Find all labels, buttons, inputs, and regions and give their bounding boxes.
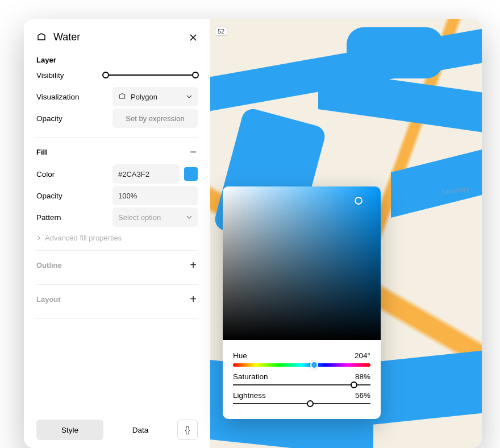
polygon-icon: [118, 93, 126, 101]
expand-outline-button[interactable]: +: [189, 259, 198, 272]
section-layout-head[interactable]: Layout +: [36, 293, 198, 306]
water-feature: [391, 150, 482, 218]
fill-opacity-row: Opacity 100%: [36, 185, 198, 206]
water-feature: [318, 69, 482, 133]
saturation-value-area[interactable]: [223, 186, 381, 340]
tab-style[interactable]: Style: [36, 420, 103, 440]
lightness-value: 56%: [355, 391, 370, 400]
saturation-knob[interactable]: [351, 381, 357, 388]
close-button[interactable]: [189, 33, 198, 42]
road-shield: 52: [215, 27, 227, 36]
panel-header: Water: [36, 31, 198, 43]
divider: [36, 250, 198, 251]
hue-label: Hue: [233, 351, 247, 360]
panel-title: Water: [53, 31, 182, 43]
style-sidebar: Water Layer Visibility Visualization Pol…: [24, 19, 210, 448]
divider: [36, 137, 198, 138]
lightness-label: Lightness: [233, 391, 266, 400]
collapse-fill-button[interactable]: −: [189, 146, 198, 159]
saturation-slider[interactable]: [233, 384, 370, 385]
divider: [36, 284, 198, 285]
lightness-slider[interactable]: [233, 403, 370, 404]
hue-slider[interactable]: [233, 363, 370, 367]
opacity-expression-button[interactable]: Set by expression: [113, 109, 198, 128]
hue-value: 204°: [355, 351, 370, 360]
section-fill-title: Fill: [36, 148, 47, 156]
chevron-down-icon: [186, 214, 192, 220]
fill-opacity-input[interactable]: 100%: [113, 186, 198, 205]
visibility-row: Visibility: [36, 64, 198, 86]
fill-color-row: Color #2CA3F2: [36, 163, 198, 185]
advanced-fill-toggle[interactable]: Advanced fill properties: [36, 234, 198, 242]
section-layout-title: Layout: [36, 295, 61, 304]
fill-color-input[interactable]: #2CA3F2: [113, 164, 180, 184]
code-toggle-button[interactable]: {}: [177, 420, 198, 440]
polygon-icon: [36, 32, 47, 43]
visibility-slider[interactable]: [106, 74, 195, 76]
section-outline-head[interactable]: Outline +: [36, 259, 198, 272]
visualization-value: Polygon: [131, 93, 157, 101]
fill-opacity-label: Opacity: [36, 192, 63, 200]
section-outline-title: Outline: [36, 261, 62, 269]
visualization-label: Visualization: [36, 93, 80, 101]
tab-data[interactable]: Data: [107, 420, 174, 440]
fill-color-swatch[interactable]: [184, 167, 198, 181]
divider: [36, 318, 198, 319]
section-fill-head: Fill −: [36, 146, 198, 159]
lightness-knob[interactable]: [307, 400, 314, 407]
water-feature: [347, 27, 443, 78]
chevron-right-icon: [36, 235, 41, 240]
visualization-row: Visualization Polygon: [36, 86, 198, 107]
saturation-label: Saturation: [233, 372, 268, 381]
visualization-select[interactable]: Polygon: [113, 87, 198, 106]
fill-pattern-row: Pattern Select option: [36, 206, 198, 228]
hue-knob[interactable]: [310, 361, 318, 369]
fill-pattern-label: Pattern: [36, 213, 61, 222]
fill-color-label: Color: [36, 170, 55, 179]
saturation-value: 88%: [355, 372, 370, 381]
opacity-row: Opacity Set by expression: [36, 107, 198, 129]
expand-layout-button[interactable]: +: [189, 293, 198, 306]
sv-cursor[interactable]: [355, 197, 363, 205]
bottom-tabs: Style Data {}: [36, 420, 198, 440]
fill-pattern-select[interactable]: Select option: [113, 208, 198, 227]
chevron-down-icon: [186, 94, 192, 99]
visibility-label: Visibility: [36, 71, 64, 80]
opacity-label: Opacity: [36, 114, 63, 123]
section-layer-title: Layer: [36, 56, 198, 64]
color-picker-popover: Hue 204° Saturation 88% Lightness 56%: [223, 186, 381, 419]
app-window: Water Layer Visibility Visualization Pol…: [24, 19, 482, 448]
